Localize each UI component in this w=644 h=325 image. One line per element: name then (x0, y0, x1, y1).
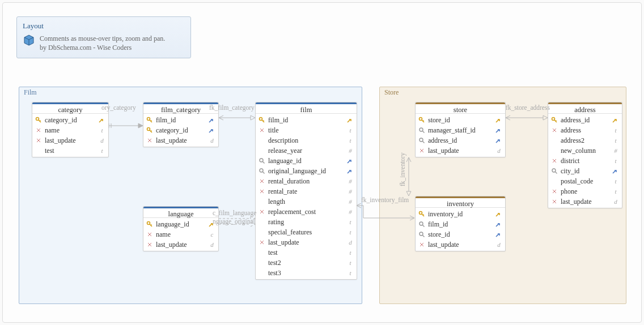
table-column[interactable]: test3t (256, 268, 357, 278)
table-header[interactable]: category (32, 102, 108, 114)
column-type-icon: d (495, 241, 503, 248)
nn-icon (550, 187, 558, 195)
table-inventory[interactable]: inventory inventory_idfilm_idstore_idlas… (415, 196, 506, 251)
column-type-icon: t (346, 127, 354, 134)
table-column[interactable]: language_id (143, 219, 218, 229)
table-header[interactable]: inventory (416, 196, 505, 208)
table-film-category[interactable]: film_category film_idcategory_idlast_upd… (143, 102, 219, 147)
table-column[interactable]: namec (143, 229, 218, 240)
svg-point-17 (420, 222, 423, 225)
table-column[interactable]: address2t (548, 135, 622, 146)
table-column[interactable]: city_id (548, 166, 622, 176)
column-type-icon: t (98, 147, 106, 154)
column-type-icon (98, 117, 106, 123)
table-column[interactable]: districtt (548, 156, 622, 166)
table-column[interactable]: last_updated (143, 240, 218, 250)
svg-point-6 (260, 159, 263, 162)
table-film[interactable]: film film_idtitletdescriptiontrelease_ye… (255, 102, 357, 280)
table-column[interactable]: film_id (416, 219, 505, 229)
column-type-icon: t (346, 259, 354, 266)
column-name: store_id (426, 230, 495, 239)
table-column[interactable]: language_id (256, 156, 357, 166)
table-column[interactable]: store_id (416, 115, 505, 125)
blank-icon (550, 147, 558, 155)
idx-icon (418, 220, 426, 228)
table-column[interactable]: address_id (416, 135, 505, 146)
pk-icon (418, 210, 426, 218)
column-type-icon: d (208, 137, 216, 144)
pk-icon (258, 116, 266, 124)
table-column[interactable]: release_year# (256, 146, 357, 156)
table-column[interactable]: ratingt (256, 217, 357, 227)
table-column[interactable]: store_id (416, 229, 505, 240)
table-column[interactable]: testt (256, 247, 357, 258)
idx-icon (550, 167, 558, 175)
table-column[interactable]: manager_staff_id (416, 125, 505, 135)
table-column[interactable]: film_id (143, 115, 218, 125)
table-column[interactable]: testt (32, 146, 108, 156)
group-label: Store (384, 88, 399, 97)
column-type-icon: t (346, 229, 354, 236)
pk-icon (550, 116, 558, 124)
column-name: title (266, 126, 346, 135)
table-column[interactable]: rental_duration# (256, 176, 357, 186)
table-header[interactable]: language (143, 207, 218, 218)
group-film[interactable]: Film category category_idnametlast_updat… (19, 87, 362, 304)
table-column[interactable]: test2t (256, 258, 357, 268)
table-column[interactable]: titlet (256, 125, 357, 135)
table-column[interactable]: last_updated (256, 237, 357, 247)
table-column[interactable]: addresst (548, 125, 622, 135)
column-type-icon: d (346, 239, 354, 246)
table-column[interactable]: rental_rate# (256, 186, 357, 196)
table-column[interactable]: new_column# (548, 146, 622, 156)
table-column[interactable]: film_id (256, 115, 357, 125)
table-header[interactable]: address (548, 102, 622, 114)
table-column[interactable]: replacement_cost# (256, 207, 357, 217)
table-column[interactable]: address_id (548, 115, 622, 125)
column-type-icon: d (208, 241, 216, 248)
nn-icon (550, 157, 558, 165)
column-name: category_id (154, 126, 208, 135)
table-header[interactable]: film (256, 102, 357, 114)
table-column[interactable]: original_language_id (256, 166, 357, 176)
nn-icon (258, 238, 266, 246)
table-column[interactable]: last_updated (416, 240, 505, 250)
table-column[interactable]: descriptiont (256, 135, 357, 146)
table-column[interactable]: special_featurest (256, 227, 357, 237)
table-column[interactable]: phonet (548, 186, 622, 196)
table-address[interactable]: address address_idaddresstaddress2tnew_c… (548, 102, 622, 208)
group-store[interactable]: Store store store_idmanager_staff_idaddr… (379, 87, 626, 304)
table-header[interactable]: film_category (143, 102, 218, 114)
column-name: last_update (426, 147, 495, 155)
table-column[interactable]: inventory_id (416, 209, 505, 219)
table-column[interactable]: category_id (143, 125, 218, 135)
table-column[interactable]: last_updated (416, 146, 505, 156)
nn-icon (258, 187, 266, 195)
table-column[interactable]: category_id (32, 115, 108, 125)
nn-icon (550, 198, 558, 206)
table-header[interactable]: store (416, 102, 505, 114)
column-name: rental_rate (266, 187, 346, 196)
column-name: postal_code (558, 177, 612, 186)
column-name: address (558, 126, 612, 135)
column-name: film_id (426, 220, 495, 229)
column-name: inventory_id (426, 210, 495, 219)
table-column[interactable]: last_updated (548, 196, 622, 207)
svg-point-14 (420, 138, 423, 142)
table-category[interactable]: category category_idnametlast_updatedtes… (32, 102, 109, 157)
diagram-canvas[interactable]: Layout Comments as mouse-over tips, zoom… (2, 2, 642, 323)
table-column[interactable]: namet (32, 125, 108, 135)
svg-line-18 (422, 225, 424, 226)
nn-icon (146, 136, 154, 144)
table-store[interactable]: store store_idmanager_staff_idaddress_id… (415, 102, 506, 157)
svg-point-8 (260, 169, 263, 172)
nn-icon (258, 208, 266, 216)
table-column[interactable]: last_updated (32, 135, 108, 146)
svg-line-23 (555, 172, 557, 173)
table-column[interactable]: last_updated (143, 135, 218, 146)
table-column[interactable]: postal_codet (548, 176, 622, 186)
column-type-icon (346, 117, 354, 123)
table-language[interactable]: language language_idnameclast_updated (143, 206, 219, 251)
nn-icon (258, 177, 266, 185)
table-column[interactable]: length# (256, 196, 357, 207)
